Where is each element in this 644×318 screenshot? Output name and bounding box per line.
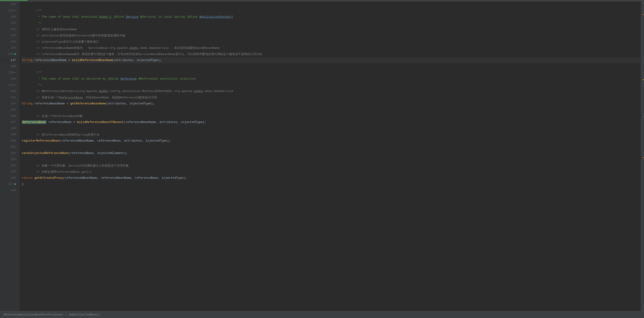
line-number-150: 150 — [10, 139, 16, 143]
gutter-line-143: 143 — [0, 94, 17, 101]
code-line-131: */ — [22, 20, 641, 26]
code-line-152: cacheInjectedReferenceBean(referenceBean… — [22, 150, 641, 156]
line-number-138: 138 — [10, 64, 16, 69]
fold-icon-141[interactable]: ▾ — [14, 83, 16, 87]
line-number-152: 152 — [10, 151, 16, 156]
progress-bar — [0, 0, 28, 1]
line-number-148: 148 — [10, 126, 16, 131]
line-number-136: 136 — [8, 52, 13, 56]
scroll-marker-1 — [643, 3, 644, 4]
line-number-137: 137 — [10, 58, 16, 63]
code-line-158 — [22, 187, 641, 193]
code-line-144: String referenceBeanName = getReferenceB… — [22, 101, 641, 107]
line-number-132: 132 — [10, 27, 16, 32]
code-line-149: // 把referenceBean添加到Spring容器中去 — [22, 132, 641, 138]
code-line-132: // 得到引入服务的beanName — [22, 26, 641, 32]
code-line-147: ReferenceBean referenceBean = buildRefer… — [22, 119, 641, 125]
line-number-157: 157 — [8, 182, 13, 186]
status-bar: ReferenceAnnotationBeanPostProcessor › d… — [0, 311, 644, 318]
status-separator: › — [65, 313, 67, 317]
code-line-128 — [22, 1, 641, 7]
code-line-130: * The name of bean that annotated Dubbo'… — [22, 14, 641, 20]
gutter-line-154: 154 — [0, 162, 17, 169]
line-number-145: 145 — [10, 108, 16, 112]
gutter-line-138: 138 — [0, 63, 17, 70]
line-number-128: 128 — [10, 2, 16, 7]
gutter-line-144: 144 — [0, 101, 17, 107]
gutter-line-133: 133 — [0, 32, 17, 38]
scroll-marker-3 — [643, 79, 644, 80]
editor-container: 128129▾130131132133134135136137138139▾14… — [0, 0, 644, 318]
line-number-155: 155 — [10, 169, 16, 174]
code-line-135: // referencedBeanName的值为 ServiceBean:org… — [22, 45, 641, 51]
line-number-154: 154 — [10, 163, 16, 168]
code-line-140: * The name of bean that is declared by {… — [22, 76, 641, 82]
gutter-line-158: 158 — [0, 187, 17, 193]
gutter-line-149: 149 — [0, 132, 17, 138]
line-number-129: 129 — [8, 8, 14, 13]
status-class: ReferenceAnnotationBeanPostProcessor — [4, 313, 63, 317]
line-number-146: 146 — [10, 114, 16, 118]
line-number-135: 135 — [10, 46, 16, 50]
line-number-153: 153 — [10, 157, 16, 162]
code-line-138 — [22, 63, 641, 70]
gutter-line-142: 142 — [0, 88, 17, 94]
code-line-134: // injectedType表示引入的是哪个服务接口 — [22, 38, 641, 45]
code-line-141: */ — [22, 82, 641, 88]
gutter-line-128: 128 — [0, 1, 17, 7]
gutter-line-129: 129▾ — [0, 7, 17, 14]
gutter-line-140: 140 — [0, 76, 17, 82]
gutter-line-139: 139▾ — [0, 70, 17, 76]
code-line-139: /** — [22, 70, 641, 76]
gutter-line-146: 146 — [0, 113, 17, 119]
breakpoint-marker-157[interactable] — [14, 183, 16, 185]
gutter-line-132: 132 — [0, 26, 17, 32]
line-number-144: 144 — [10, 101, 16, 106]
status-method: doGetInjectedBean() — [68, 313, 100, 317]
scroll-marker-5 — [643, 158, 644, 158]
line-number-131: 131 — [10, 21, 16, 25]
gutter-line-136: 136 — [0, 51, 17, 57]
line-number-142: 142 — [10, 89, 16, 94]
line-number-gutter: 128129▾130131132133134135136137138139▾14… — [0, 1, 20, 311]
fold-icon-129[interactable]: ▾ — [14, 9, 16, 13]
gutter-line-147: 147 — [0, 119, 17, 125]
code-line-133: // attributes里存的是@Reference注解中的所配置的属性与值 — [22, 32, 641, 38]
code-area: 128129▾130131132133134135136137138139▾14… — [0, 1, 644, 311]
right-sidebar[interactable] — [641, 1, 644, 311]
gutter-line-150: 150 — [0, 138, 17, 144]
line-number-151: 151 — [10, 145, 16, 149]
scroll-marker-2 — [643, 14, 644, 15]
gutter-line-145: 145 — [0, 107, 17, 113]
gutter-line-151: 151 — [0, 144, 17, 150]
gutter-line-148: 148 — [0, 125, 17, 132]
line-number-130: 130 — [10, 15, 16, 19]
line-number-134: 134 — [10, 39, 16, 44]
line-number-143: 143 — [10, 95, 16, 100]
code-line-142: // @Reference(methods=[Lorg.apache.dubbo… — [22, 88, 641, 94]
gutter-line-134: 134 — [0, 38, 17, 45]
line-number-141: 141 — [8, 83, 14, 87]
code-content[interactable]: /** * The name of bean that annotated Du… — [20, 1, 641, 311]
line-number-133: 133 — [10, 33, 16, 38]
gutter-line-141: 141▾ — [0, 82, 17, 88]
code-line-143: // 我要生成一个ReferenceBean，对应的beanName，根据@Re… — [22, 94, 641, 101]
code-line-157: } — [22, 181, 641, 187]
line-number-158: 158 — [10, 188, 16, 193]
code-line-146: // 生成一个ReferenceBean对象 — [22, 113, 641, 119]
line-number-149: 149 — [10, 132, 16, 137]
code-line-156: return getOrCreateProxy(referencedBeanNa… — [22, 175, 641, 181]
gutter-line-153: 153 — [0, 156, 17, 162]
line-number-139: 139 — [8, 70, 14, 75]
code-line-153 — [22, 156, 641, 162]
code-line-129: /** — [22, 7, 641, 14]
breakpoint-marker-136[interactable] — [14, 53, 16, 55]
code-line-137: String referencedBeanName = buildReferen… — [22, 57, 641, 63]
gutter-line-137: 137 — [0, 57, 17, 63]
line-number-147: 147 — [10, 120, 16, 125]
gutter-line-155: 155 — [0, 169, 17, 175]
code-line-148 — [22, 125, 641, 132]
fold-icon-139[interactable]: ▾ — [14, 71, 16, 75]
line-number-140: 140 — [10, 77, 16, 81]
code-line-145 — [22, 107, 641, 113]
